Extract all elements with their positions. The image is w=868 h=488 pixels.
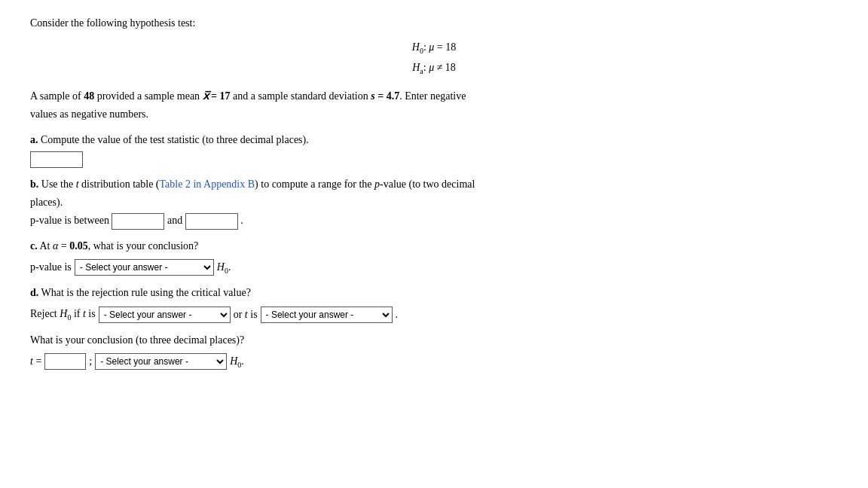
- t-value-input[interactable]: [44, 353, 86, 370]
- reject-condition-select-2[interactable]: - Select your answer - < or = > or = < >: [261, 307, 393, 323]
- pvalue-upper-input[interactable]: [185, 213, 238, 230]
- period1: .: [240, 215, 243, 226]
- h0-equation: H0: μ = 18: [30, 38, 838, 58]
- period2: .: [396, 306, 399, 324]
- appendix-link[interactable]: Table 2 in Appendix B: [160, 178, 255, 190]
- part-c-section: c. At α = 0.05, what is your conclusion?…: [30, 237, 838, 277]
- t-equals-label: t =: [30, 352, 41, 371]
- part-a-section: a. Compute the value of the test statist…: [30, 131, 838, 169]
- part-b-section: b. Use the t distribution table (Table 2…: [30, 175, 838, 229]
- or-t-is-label: or t is: [234, 306, 258, 324]
- reject-h0-label: Reject H0 if t is: [30, 305, 96, 324]
- test-statistic-input[interactable]: [30, 151, 83, 168]
- h0-symbol-1: H0.: [217, 258, 231, 277]
- reject-condition-select-1[interactable]: - Select your answer - < or = > or = < >: [99, 307, 231, 323]
- h0-symbol-2: H0.: [230, 352, 244, 371]
- pvalue-is-label: p-value is: [30, 258, 72, 276]
- part-a-label: a. Compute the value of the test statist…: [30, 134, 309, 145]
- conclusion-section: What is your conclusion (to three decima…: [30, 331, 838, 371]
- sample-description: A sample of 48 provided a sample mean x̅…: [30, 87, 838, 124]
- pvalue-between-label: p-value is between: [30, 215, 109, 226]
- part-d-section: d. What is the rejection rule using the …: [30, 284, 838, 324]
- conclusion-label: What is your conclusion (to three decima…: [30, 334, 244, 346]
- ha-equation: Ha: μ ≠ 18: [30, 58, 838, 78]
- pvalue-lower-input[interactable]: [112, 213, 164, 230]
- intro-text: Consider the following hypothesis test:: [30, 15, 838, 32]
- conclusion-select[interactable]: - Select your answer - reject do not rej…: [95, 353, 227, 370]
- pvalue-conclusion-select[interactable]: - Select your answer - less than or equa…: [75, 259, 214, 276]
- and-label: and: [167, 215, 182, 226]
- semicolon-label: ;: [89, 352, 92, 371]
